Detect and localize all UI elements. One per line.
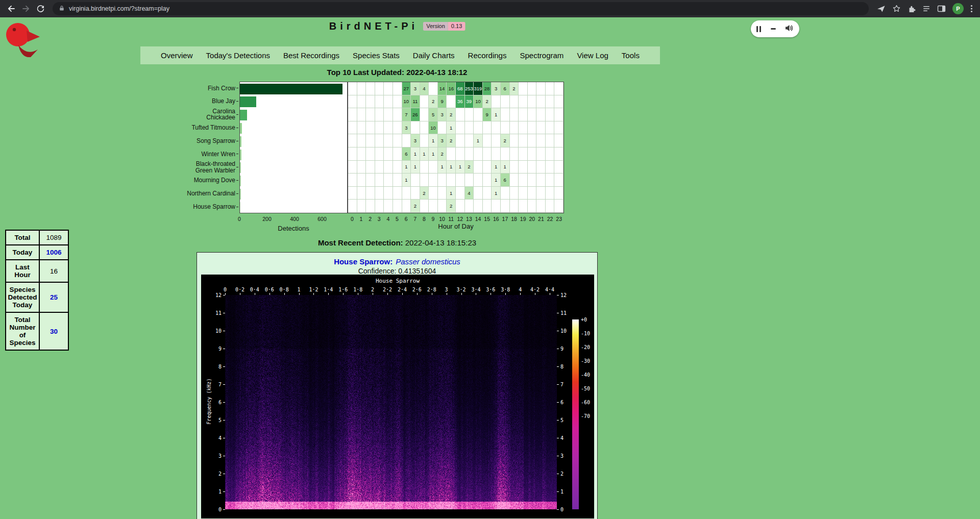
heatmap-cell	[384, 82, 393, 95]
nav-item-view-log[interactable]: View Log	[577, 51, 608, 60]
spectrogram-y-tick: 0	[208, 507, 222, 512]
heatmap-cell	[393, 121, 402, 135]
heatmap-cell	[366, 121, 375, 135]
heatmap-cell: 28	[483, 82, 492, 95]
profile-avatar[interactable]: P	[952, 3, 964, 14]
heatmap-cell	[465, 174, 474, 187]
stat-value[interactable]: 25	[39, 282, 68, 312]
heatmap-cell: 10	[402, 95, 411, 109]
spectrogram-x-tick: 0·8	[280, 287, 289, 292]
tick-mark	[223, 384, 225, 385]
heatmap-cell: 2	[429, 95, 438, 109]
tick-mark	[223, 509, 225, 510]
nav-item-recordings[interactable]: Recordings	[468, 51, 507, 60]
hour-axis-tick: 5	[396, 216, 399, 222]
heatmap-cell	[528, 200, 537, 213]
species-label-blue-jay: Blue Jay	[187, 95, 238, 108]
heatmap-cell	[536, 174, 546, 187]
detection-species-link[interactable]: House Sparrow:	[334, 257, 393, 266]
extensions-icon[interactable]	[908, 5, 916, 13]
heatmap-cell	[492, 121, 501, 135]
heatmap-cell	[519, 121, 528, 135]
heatmap-cell	[447, 95, 456, 109]
heatmap-cell	[519, 174, 528, 187]
hour-axis-tick: 7	[413, 216, 416, 222]
heatmap-cell	[483, 174, 492, 187]
spectrogram-x-tick: 3·8	[501, 287, 510, 292]
heatmap-cell	[375, 174, 384, 187]
species-label-tufted-titmouse: Tufted Titmouse	[187, 121, 238, 134]
spectrogram-x-tick: 3·2	[457, 287, 466, 292]
tick-mark	[223, 474, 225, 474]
heatmap-cell	[501, 95, 510, 109]
hourly-heatmap-panel: 2734141668253319283621011293639102726532…	[348, 82, 564, 213]
nav-item-spectrogram[interactable]: Spectrogram	[520, 51, 564, 60]
heatmap-cell: 1	[492, 108, 501, 121]
stat-value[interactable]: 1006	[39, 245, 68, 260]
browser-menu-icon[interactable]	[970, 5, 973, 13]
spectrogram-y-tick: 6	[208, 400, 222, 405]
heatmap-cell	[447, 147, 456, 161]
hour-axis-tick: 23	[556, 216, 562, 222]
bar-axis-ticks: 0200400600	[239, 216, 348, 223]
spectrogram-x-tick: 2·2	[383, 287, 392, 292]
heatmap-cell	[519, 134, 528, 147]
heatmap-cell	[384, 95, 393, 109]
hour-axis-tick: 9	[432, 216, 435, 222]
detection-scientific-name[interactable]: Passer domesticus	[396, 257, 460, 266]
tick-mark	[557, 474, 559, 474]
heatmap-cell: 10	[429, 121, 438, 135]
nav-item-best-recordings[interactable]: Best Recordings	[283, 51, 339, 60]
browser-back-button[interactable]	[4, 2, 18, 16]
heatmap-cell: 2	[420, 187, 429, 200]
address-bar[interactable]: virginia.birdnetpi.com/?stream=play	[53, 2, 869, 15]
heatmap-cell: 1	[474, 134, 483, 147]
hour-axis-tick: 15	[484, 216, 490, 222]
heatmap-cell	[384, 147, 393, 161]
volume-icon[interactable]	[785, 24, 794, 34]
heatmap-cell	[456, 134, 465, 147]
heatmap-cell	[366, 174, 375, 187]
heatmap-cell	[554, 82, 564, 95]
stat-value[interactable]: 30	[39, 312, 68, 350]
browser-forward-button[interactable]	[19, 2, 33, 16]
reading-list-icon[interactable]	[922, 5, 930, 13]
heatmap-cell: 3	[411, 82, 420, 95]
tick-mark	[223, 420, 225, 421]
send-icon[interactable]	[877, 5, 886, 13]
heatmap-cell	[501, 187, 510, 200]
species-label-winter-wren: Winter Wren	[187, 147, 238, 161]
bookmark-star-icon[interactable]	[892, 5, 901, 13]
bar-tufted-titmouse	[240, 123, 242, 134]
main-nav: OverviewToday's DetectionsBest Recording…	[140, 46, 660, 64]
tick-mark	[557, 366, 559, 367]
audio-player[interactable]	[751, 20, 799, 37]
browser-reload-button[interactable]	[34, 2, 47, 16]
heatmap-cell: 6	[501, 82, 510, 95]
heatmap-cell	[510, 187, 519, 200]
heatmap-cell	[528, 108, 537, 121]
spectrogram-y-tick: 0	[560, 507, 574, 512]
heatmap-cell	[357, 174, 366, 187]
spectrogram-y-tick: 12	[208, 292, 222, 298]
side-panel-icon[interactable]	[937, 5, 946, 13]
nav-item-overview[interactable]: Overview	[161, 51, 193, 60]
spectrogram-x-tick: 1	[298, 287, 301, 292]
spectrogram-x-tick: 2	[371, 287, 374, 292]
nav-item-daily-charts[interactable]: Daily Charts	[413, 51, 455, 60]
heatmap-cell: 1	[411, 147, 420, 161]
spectrogram-x-tick: 0	[224, 287, 227, 292]
nav-item-tools[interactable]: Tools	[622, 51, 640, 60]
spectrogram-y-tick: 8	[560, 364, 574, 369]
heatmap-cell	[474, 200, 483, 213]
heatmap-cell	[528, 161, 537, 174]
pause-icon[interactable]	[756, 26, 761, 32]
nav-item-species-stats[interactable]: Species Stats	[353, 51, 400, 60]
detection-panel: House Sparrow:Passer domesticus Confiden…	[197, 252, 598, 519]
nav-item-today-s-detections[interactable]: Today's Detections	[206, 51, 270, 60]
heatmap-cell	[519, 82, 528, 95]
hour-axis-tick: 20	[529, 216, 535, 222]
tick-mark	[358, 293, 358, 295]
heatmap-cell: 2	[483, 95, 492, 109]
player-timeline[interactable]	[771, 28, 776, 30]
